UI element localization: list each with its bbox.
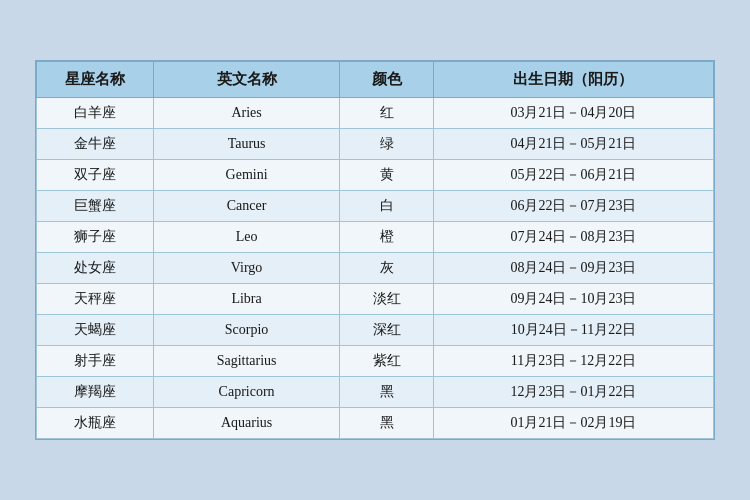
cell-zh: 双子座 (37, 160, 154, 191)
table-row: 狮子座Leo橙07月24日－08月23日 (37, 222, 714, 253)
cell-zh: 天蝎座 (37, 315, 154, 346)
table-row: 天秤座Libra淡红09月24日－10月23日 (37, 284, 714, 315)
cell-en: Aquarius (153, 408, 340, 439)
cell-date: 01月21日－02月19日 (433, 408, 713, 439)
cell-color: 橙 (340, 222, 433, 253)
cell-zh: 射手座 (37, 346, 154, 377)
cell-color: 绿 (340, 129, 433, 160)
cell-zh: 巨蟹座 (37, 191, 154, 222)
cell-date: 11月23日－12月22日 (433, 346, 713, 377)
cell-date: 09月24日－10月23日 (433, 284, 713, 315)
table-row: 水瓶座Aquarius黑01月21日－02月19日 (37, 408, 714, 439)
cell-date: 06月22日－07月23日 (433, 191, 713, 222)
cell-color: 深红 (340, 315, 433, 346)
cell-en: Aries (153, 98, 340, 129)
cell-date: 07月24日－08月23日 (433, 222, 713, 253)
table-row: 天蝎座Scorpio深红10月24日－11月22日 (37, 315, 714, 346)
cell-color: 黑 (340, 377, 433, 408)
table-row: 摩羯座Capricorn黑12月23日－01月22日 (37, 377, 714, 408)
cell-zh: 白羊座 (37, 98, 154, 129)
cell-en: Scorpio (153, 315, 340, 346)
cell-zh: 水瓶座 (37, 408, 154, 439)
cell-date: 03月21日－04月20日 (433, 98, 713, 129)
cell-color: 红 (340, 98, 433, 129)
cell-date: 12月23日－01月22日 (433, 377, 713, 408)
header-en: 英文名称 (153, 62, 340, 98)
cell-en: Gemini (153, 160, 340, 191)
cell-en: Sagittarius (153, 346, 340, 377)
cell-zh: 摩羯座 (37, 377, 154, 408)
cell-color: 黑 (340, 408, 433, 439)
cell-color: 淡红 (340, 284, 433, 315)
cell-date: 04月21日－05月21日 (433, 129, 713, 160)
cell-en: Taurus (153, 129, 340, 160)
header-zh: 星座名称 (37, 62, 154, 98)
table-row: 处女座Virgo灰08月24日－09月23日 (37, 253, 714, 284)
cell-en: Leo (153, 222, 340, 253)
cell-zh: 天秤座 (37, 284, 154, 315)
cell-zh: 金牛座 (37, 129, 154, 160)
cell-en: Capricorn (153, 377, 340, 408)
cell-en: Libra (153, 284, 340, 315)
cell-en: Cancer (153, 191, 340, 222)
table-row: 白羊座Aries红03月21日－04月20日 (37, 98, 714, 129)
zodiac-table: 星座名称 英文名称 颜色 出生日期（阳历） 白羊座Aries红03月21日－04… (35, 60, 715, 440)
table-row: 巨蟹座Cancer白06月22日－07月23日 (37, 191, 714, 222)
table-row: 射手座Sagittarius紫红11月23日－12月22日 (37, 346, 714, 377)
header-date: 出生日期（阳历） (433, 62, 713, 98)
header-color: 颜色 (340, 62, 433, 98)
cell-zh: 处女座 (37, 253, 154, 284)
cell-color: 黄 (340, 160, 433, 191)
cell-date: 08月24日－09月23日 (433, 253, 713, 284)
cell-zh: 狮子座 (37, 222, 154, 253)
cell-date: 05月22日－06月21日 (433, 160, 713, 191)
cell-en: Virgo (153, 253, 340, 284)
cell-color: 白 (340, 191, 433, 222)
cell-date: 10月24日－11月22日 (433, 315, 713, 346)
table-row: 双子座Gemini黄05月22日－06月21日 (37, 160, 714, 191)
cell-color: 灰 (340, 253, 433, 284)
table-header-row: 星座名称 英文名称 颜色 出生日期（阳历） (37, 62, 714, 98)
table-row: 金牛座Taurus绿04月21日－05月21日 (37, 129, 714, 160)
cell-color: 紫红 (340, 346, 433, 377)
